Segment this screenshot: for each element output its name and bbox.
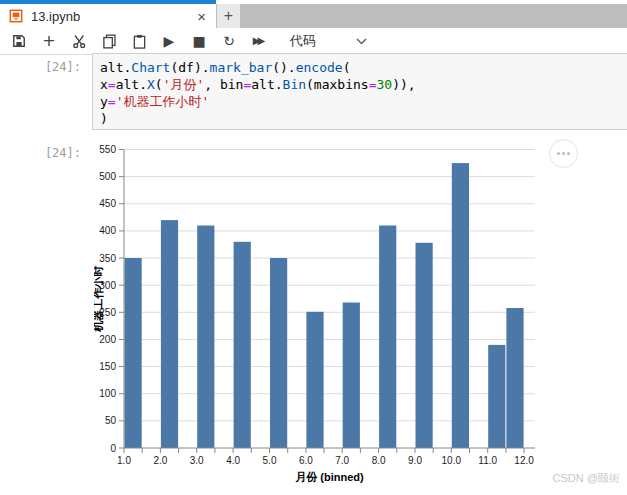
vega-actions-button[interactable] xyxy=(549,139,578,168)
save-icon xyxy=(12,34,26,48)
chevron-down-icon xyxy=(356,38,367,45)
svg-text:150: 150 xyxy=(99,361,116,372)
watermark: CSDN @颐街 xyxy=(553,471,620,486)
run-button[interactable]: ▶ xyxy=(156,29,182,53)
notebook-toolbar: + ▶ ■ ↻ ▶▶ 代码 xyxy=(0,28,627,55)
svg-text:7.0: 7.0 xyxy=(335,455,349,466)
dot-icon xyxy=(562,152,565,155)
cell-type-value: 代码 xyxy=(290,32,316,50)
svg-text:200: 200 xyxy=(99,334,116,345)
svg-text:机器工作小时: 机器工作小时 xyxy=(94,266,104,333)
svg-text:500: 500 xyxy=(99,171,116,182)
svg-text:100: 100 xyxy=(99,388,116,399)
plus-icon: + xyxy=(42,33,55,49)
tab-close-icon[interactable]: × xyxy=(195,9,208,24)
tab-title: 13.ipynb xyxy=(31,9,195,24)
svg-text:月份 (binned): 月份 (binned) xyxy=(295,471,364,483)
cut-cell-button[interactable] xyxy=(66,29,92,53)
code-editor[interactable]: alt.Chart(df).mark_bar().encode(x=alt.X(… xyxy=(92,53,627,130)
dot-icon xyxy=(557,152,560,155)
svg-text:6.0: 6.0 xyxy=(299,455,313,466)
svg-text:5.0: 5.0 xyxy=(263,455,277,466)
cell-type-dropdown[interactable]: 代码 xyxy=(290,32,367,50)
restart-run-all-button[interactable]: ▶▶ xyxy=(246,29,272,53)
svg-text:2.0: 2.0 xyxy=(153,455,167,466)
tab-bar: 13.ipynb × + xyxy=(0,0,627,28)
save-button[interactable] xyxy=(6,29,32,53)
add-cell-button[interactable]: + xyxy=(36,29,62,53)
stop-icon: ■ xyxy=(192,34,205,48)
svg-text:10.0: 10.0 xyxy=(442,455,462,466)
svg-text:400: 400 xyxy=(99,225,116,236)
svg-text:9.0: 9.0 xyxy=(408,455,422,466)
svg-text:550: 550 xyxy=(99,144,116,155)
paste-cell-button[interactable] xyxy=(126,29,152,53)
notebook-file-icon xyxy=(9,9,23,23)
svg-text:50: 50 xyxy=(105,415,117,426)
restart-icon: ↻ xyxy=(223,34,235,48)
dot-icon xyxy=(567,152,570,155)
svg-text:350: 350 xyxy=(99,253,116,264)
copy-cell-button[interactable] xyxy=(96,29,122,53)
svg-text:12.0: 12.0 xyxy=(514,455,534,466)
chart-output: 0501001502002503003504004505005501.02.03… xyxy=(94,139,544,489)
code-text: alt.Chart(df).mark_bar().encode(x=alt.X(… xyxy=(100,59,627,127)
clipboard-icon xyxy=(132,34,147,49)
svg-text:4.0: 4.0 xyxy=(226,455,240,466)
scissors-icon xyxy=(72,34,87,49)
svg-text:8.0: 8.0 xyxy=(372,455,386,466)
stop-button[interactable]: ■ xyxy=(186,29,212,53)
input-prompt: [24]: xyxy=(0,60,86,74)
run-icon: ▶ xyxy=(164,34,175,48)
bar-chart: 0501001502002503003504004505005501.02.03… xyxy=(94,139,544,489)
copy-icon xyxy=(102,34,117,49)
svg-text:3.0: 3.0 xyxy=(190,455,204,466)
output-prompt: [24]: xyxy=(0,146,86,160)
svg-text:11.0: 11.0 xyxy=(478,455,497,466)
restart-kernel-button[interactable]: ↻ xyxy=(216,29,242,53)
new-tab-button[interactable]: + xyxy=(217,4,240,28)
fast-forward-icon: ▶▶ xyxy=(253,36,262,46)
svg-text:1.0: 1.0 xyxy=(117,455,131,466)
svg-text:450: 450 xyxy=(99,198,116,209)
tab-notebook[interactable]: 13.ipynb × xyxy=(0,0,216,28)
svg-text:0: 0 xyxy=(110,443,116,454)
